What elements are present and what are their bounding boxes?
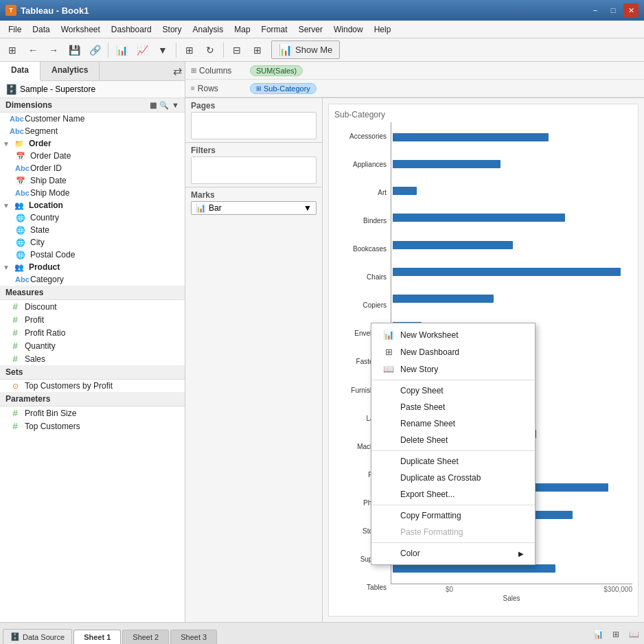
ctx-new-story[interactable]: 📖 New Story [371,360,535,378]
toolbar-back-button[interactable]: ← [23,41,43,59]
toolbar-table-button[interactable]: ⊞ [180,41,199,59]
dropdown-arrow-icon: ▼ [303,203,312,213]
bar-label: Chairs [334,273,387,282]
toolbar-group-button[interactable]: ⊞ [248,41,267,59]
sort-icon[interactable]: ▼ [172,101,179,110]
maximize-button[interactable]: □ [606,3,621,17]
dim-ship-date[interactable]: 📅 Ship Date [0,174,185,187]
menu-file[interactable]: File [3,23,27,36]
marks-type-dropdown[interactable]: 📊 Bar ▼ [191,201,317,215]
ctx-duplicate-crosstab-label: Duplicate as Crosstab [400,473,481,483]
columns-pill-sales[interactable]: SUM(Sales) [250,65,303,76]
set-top-customers[interactable]: ⊙ Top Customers by Profit [0,380,185,392]
menu-server[interactable]: Server [293,23,328,36]
ctx-new-worksheet[interactable]: 📊 New Worksheet [371,326,535,343]
folder-label: Order [29,139,51,148]
tab-analytics[interactable]: Analytics [41,62,100,80]
columns-content[interactable]: SUM(Sales) [247,64,644,78]
filters-shelf: Filters [185,143,322,187]
panel-switch-icon[interactable]: ⇄ [173,62,185,80]
show-me-button[interactable]: 📊 Show Me [271,41,340,59]
ctx-new-dashboard-label: New Dashboard [400,347,459,357]
datasource-tab[interactable]: 🗄️ Data Source [3,629,72,644]
folder-order[interactable]: ▼ 📁 Order [0,137,185,150]
dim-order-date[interactable]: 📅 Order Date [0,150,185,162]
meas-sales[interactable]: # Sales [0,352,185,365]
left-shelves: Pages Filters Marks 📊 Bar ▼ [185,98,323,622]
close-button[interactable]: ✕ [623,3,639,17]
dim-category[interactable]: Abc Category [0,273,185,286]
menu-story[interactable]: Story [157,23,187,36]
group-icon: 👥 [14,263,25,272]
dim-city[interactable]: 🌐 City [0,236,185,249]
search-icon[interactable]: 🔍 [159,101,169,110]
toolbar-connect-button[interactable]: 🔗 [85,41,104,59]
dim-order-id[interactable]: Abc Order ID [0,162,185,174]
menu-window[interactable]: Window [328,23,369,36]
ctx-paste-sheet[interactable]: Paste Sheet [371,399,535,415]
dim-postal-code[interactable]: 🌐 Postal Code [0,249,185,261]
param-profit-bin[interactable]: # Profit Bin Size [0,406,185,419]
meas-quantity[interactable]: # Quantity [0,339,185,352]
new-sheet-icon[interactable]: 📊 [590,628,606,641]
new-story-icon[interactable]: 📖 [626,628,641,641]
menu-worksheet[interactable]: Worksheet [56,23,106,36]
ctx-duplicate-label: Duplicate Sheet [400,457,459,466]
bar [393,295,494,303]
geo-icon: 🌐 [15,214,26,222]
toolbar-chart1-button[interactable]: 📊 [112,41,131,59]
menu-data[interactable]: Data [27,23,55,36]
ctx-copy-formatting[interactable]: Copy Formatting [371,507,535,524]
sheet-tab-2[interactable]: Sheet 2 [122,630,169,644]
rows-pill-subcategory[interactable]: ⊞ Sub-Category [250,83,317,94]
dim-ship-mode[interactable]: Abc Ship Mode [0,187,185,199]
toolbar-chart3-button[interactable]: ▼ [153,41,172,59]
menu-format[interactable]: Format [256,23,293,36]
bar-row [393,293,632,304]
dim-segment[interactable]: Abc Segment [0,125,185,137]
new-dashboard-icon[interactable]: ⊞ [608,628,623,641]
ctx-duplicate-sheet[interactable]: Duplicate Sheet [371,453,535,470]
ctx-paste-sheet-label: Paste Sheet [400,402,445,412]
meas-profit-ratio[interactable]: # Profit Ratio [0,326,185,339]
menu-help[interactable]: Help [369,23,397,36]
dim-customer-name[interactable]: Abc Customer Name [0,113,185,125]
minimize-button[interactable]: − [588,3,603,17]
ctx-new-dashboard[interactable]: ⊞ New Dashboard [371,343,535,360]
dim-label: City [30,238,45,247]
sheet-tab-3[interactable]: Sheet 3 [170,630,217,644]
dim-state[interactable]: 🌐 State [0,224,185,236]
ctx-export-sheet[interactable]: Export Sheet... [371,486,535,503]
toolbar-filter-button[interactable]: ⊟ [227,41,246,59]
rows-content[interactable]: ⊞ Sub-Category [247,82,644,95]
toolbar-refresh-button[interactable]: ↻ [200,41,220,59]
menu-dashboard[interactable]: Dashboard [106,23,157,36]
ctx-delete-sheet-label: Delete Sheet [400,435,448,445]
ctx-rename-sheet[interactable]: Rename Sheet [371,415,535,432]
marks-type-label: Bar [209,203,222,213]
ctx-delete-sheet[interactable]: Delete Sheet [371,432,535,448]
menu-map[interactable]: Map [229,23,255,36]
tab-data[interactable]: Data [0,62,41,81]
toolbar-chart2-button[interactable]: 📈 [133,41,152,59]
ctx-sep-3 [371,505,535,505]
data-source-label: 🗄️ Sample - Superstore [0,81,185,98]
sets-header: Sets [0,365,185,380]
sheet-tab-1[interactable]: Sheet 1 [73,630,121,644]
ctx-duplicate-crosstab[interactable]: Duplicate as Crosstab [371,470,535,486]
meas-discount[interactable]: # Discount [0,300,185,313]
grid-view-icon[interactable]: ▦ [150,101,157,110]
bottom-icons: 📊 ⊞ 📖 [590,628,641,644]
meas-profit[interactable]: # Profit [0,313,185,326]
bar [393,214,565,222]
param-top-customers[interactable]: # Top Customers [0,419,185,433]
menu-analysis[interactable]: Analysis [187,23,229,36]
ctx-copy-sheet[interactable]: Copy Sheet [371,382,535,399]
dim-country[interactable]: 🌐 Country [0,211,185,224]
folder-location[interactable]: ▼ 👥 Location [0,199,185,211]
toolbar-forward-button[interactable]: → [44,41,63,59]
ctx-color[interactable]: Color ▶ [371,545,535,562]
toolbar-home-button[interactable]: ⊞ [3,41,22,59]
folder-product[interactable]: ▼ 👥 Product [0,261,185,273]
toolbar-save-button[interactable]: 💾 [65,41,84,59]
